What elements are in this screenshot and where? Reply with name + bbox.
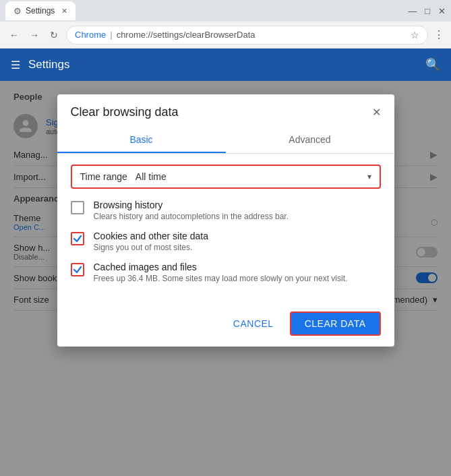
cancel-button[interactable]: CANCEL [222, 313, 284, 334]
title-bar: ⚙ Settings ✕ — □ ✕ [0, 0, 451, 22]
cookies-content: Cookies and other site data Signs you ou… [94, 231, 208, 252]
cached-images-desc: Frees up 36.4 MB. Some sites may load mo… [94, 274, 348, 283]
time-range-row[interactable]: Time range All time Last hour Last 24 ho… [71, 165, 381, 189]
browsing-history-item: Browsing history Clears history and auto… [71, 200, 381, 221]
reload-button[interactable]: ↻ [47, 28, 61, 42]
dialog-close-button[interactable]: ✕ [372, 106, 381, 119]
cookies-desc: Signs you out of most sites. [94, 243, 208, 252]
cached-images-content: Cached images and files Frees up 36.4 MB… [94, 262, 348, 283]
close-window-button[interactable]: ✕ [438, 6, 446, 16]
time-range-arrow-icon: ▾ [367, 172, 371, 181]
time-range-label: Time range [80, 171, 127, 182]
settings-page-title: Settings [28, 58, 69, 71]
maximize-button[interactable]: □ [425, 6, 430, 16]
tab-strip: ⚙ Settings ✕ [5, 1, 76, 20]
url-separator: | [110, 30, 112, 40]
bookmark-star-icon[interactable]: ☆ [411, 30, 419, 40]
cached-images-item: Cached images and files Frees up 36.4 MB… [71, 262, 381, 283]
back-button[interactable]: ← [7, 28, 22, 42]
tab-close-button[interactable]: ✕ [61, 7, 67, 16]
url-bar[interactable]: Chrome | chrome://settings/clearBrowserD… [66, 26, 428, 44]
settings-search-icon[interactable]: 🔍 [425, 57, 440, 72]
hamburger-menu-icon[interactable]: ☰ [11, 59, 20, 71]
browser-menu-button[interactable]: ⋮ [433, 28, 444, 41]
chrome-label: Chrome [75, 30, 106, 40]
settings-header: ☰ Settings 🔍 [0, 49, 451, 81]
cookies-label: Cookies and other site data [94, 231, 208, 241]
cached-images-checkbox[interactable] [71, 263, 84, 276]
tab-title: Settings [26, 6, 55, 16]
clear-data-button[interactable]: CLEAR DATA [290, 311, 381, 336]
browsing-history-checkbox[interactable] [71, 201, 84, 214]
url-path: chrome://settings/clearBrowserData [117, 30, 255, 40]
time-range-select[interactable]: All time Last hour Last 24 hours Last 7 … [136, 171, 359, 182]
modal-overlay: Clear browsing data ✕ Basic Advanced Tim… [0, 81, 451, 476]
dialog-title: Clear browsing data [71, 105, 179, 119]
window-controls: — □ ✕ [408, 6, 446, 16]
browsing-history-desc: Clears history and autocompletions in th… [94, 212, 289, 221]
dialog-body: Time range All time Last hour Last 24 ho… [57, 154, 394, 303]
browsing-history-content: Browsing history Clears history and auto… [94, 200, 289, 221]
cached-images-label: Cached images and files [94, 262, 348, 272]
address-bar: ← → ↻ Chrome | chrome://settings/clearBr… [0, 22, 451, 49]
browsing-history-label: Browsing history [94, 200, 289, 210]
minimize-button[interactable]: — [408, 6, 417, 16]
forward-button[interactable]: → [27, 28, 42, 42]
dialog-header: Clear browsing data ✕ [57, 94, 394, 119]
dialog-tabs: Basic Advanced [57, 127, 394, 154]
settings-background: People Sign in automa... Manag... ▶ Impo… [0, 81, 451, 476]
dialog-footer: CANCEL CLEAR DATA [57, 303, 394, 347]
active-tab[interactable]: ⚙ Settings ✕ [5, 1, 76, 20]
cookies-checkbox[interactable] [71, 232, 84, 245]
settings-favicon-icon: ⚙ [13, 6, 22, 16]
tab-advanced[interactable]: Advanced [226, 127, 394, 153]
cookies-item: Cookies and other site data Signs you ou… [71, 231, 381, 252]
clear-browsing-data-dialog: Clear browsing data ✕ Basic Advanced Tim… [57, 94, 394, 347]
tab-basic[interactable]: Basic [57, 127, 226, 153]
